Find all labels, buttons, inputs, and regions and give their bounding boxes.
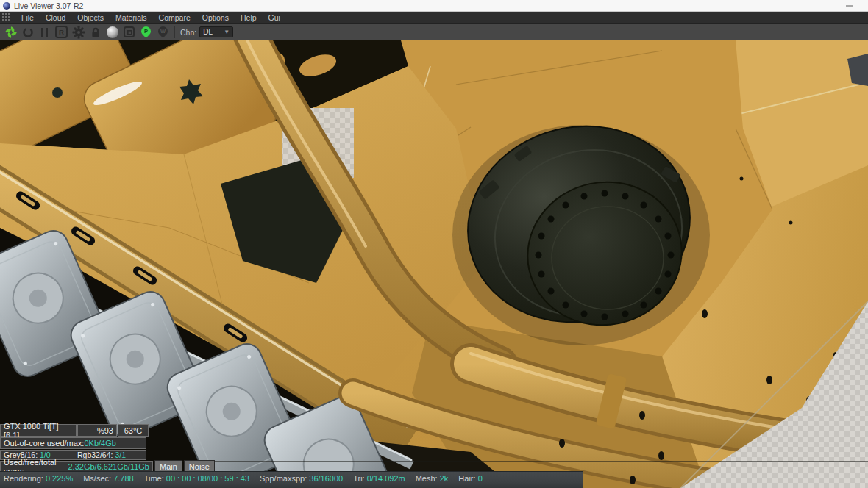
status-tri: Tri: 0/14.092m (353, 474, 405, 483)
refresh-icon[interactable] (19, 24, 36, 40)
menu-gui[interactable]: Gui (263, 13, 286, 22)
app-icon (3, 2, 10, 10)
status-rendering: Rendering: 0.225% (4, 474, 73, 483)
out-of-core-row: Out-of-core used/max:0Kb/4Gb (0, 437, 146, 449)
menu-compare[interactable]: Compare (153, 13, 196, 22)
status-time: Time: 00 : 00 : 08/00 : 59 : 43 (144, 474, 249, 483)
white-balance-picker-icon[interactable]: W (154, 24, 171, 40)
menu-options[interactable]: Options (196, 13, 235, 22)
gpu-usage: %93 (77, 424, 117, 437)
status-ms-sec: Ms/sec: 7.788 (83, 474, 134, 483)
menu-file[interactable]: File (15, 13, 40, 22)
minimize-button[interactable] (846, 5, 853, 7)
status-hair: Hair: 0 (458, 474, 482, 483)
channel-label: Chn: (180, 28, 196, 37)
gpu-temp: 63°C (118, 424, 149, 437)
menu-materials[interactable]: Materials (110, 13, 153, 22)
status-mesh: Mesh: 2k (416, 474, 449, 483)
gpu-name: GTX 1080 Ti[T][6.1] (0, 424, 77, 437)
render-viewport[interactable] (0, 40, 868, 488)
settings-gear-icon[interactable] (70, 24, 87, 40)
toolbar-separator (174, 26, 175, 38)
channel-dropdown[interactable]: DL ▼ (199, 26, 233, 37)
gpu-stats-row: GTX 1080 Ti[T][6.1] %93 63°C (0, 424, 149, 437)
status-spp: Spp/maxspp: 36/16000 (260, 474, 343, 483)
menu-bar: File Cloud Objects Materials Compare Opt… (0, 12, 868, 24)
restart-icon[interactable]: R (53, 24, 70, 40)
channel-value: DL (203, 28, 213, 36)
chevron-down-icon: ▼ (224, 29, 230, 35)
lock-icon[interactable] (87, 24, 104, 40)
title-bar: Live Viewer 3.07-R2 (0, 0, 868, 12)
octane-logo-icon[interactable] (2, 24, 19, 40)
menu-cloud[interactable]: Cloud (40, 13, 71, 22)
window-title: Live Viewer 3.07-R2 (14, 1, 83, 10)
toolbar: R (0, 24, 868, 40)
render-region-icon[interactable] (121, 24, 138, 40)
menu-objects[interactable]: Objects (71, 13, 110, 22)
status-bar: Rendering: 0.225% Ms/sec: 7.788 Time: 00… (0, 471, 583, 488)
focus-picker-icon[interactable]: P (138, 24, 154, 40)
menu-help[interactable]: Help (235, 13, 263, 22)
pause-icon[interactable] (36, 24, 53, 40)
engine-render (0, 40, 868, 488)
material-ball-icon[interactable] (104, 24, 121, 40)
grip-icon[interactable] (2, 13, 10, 21)
